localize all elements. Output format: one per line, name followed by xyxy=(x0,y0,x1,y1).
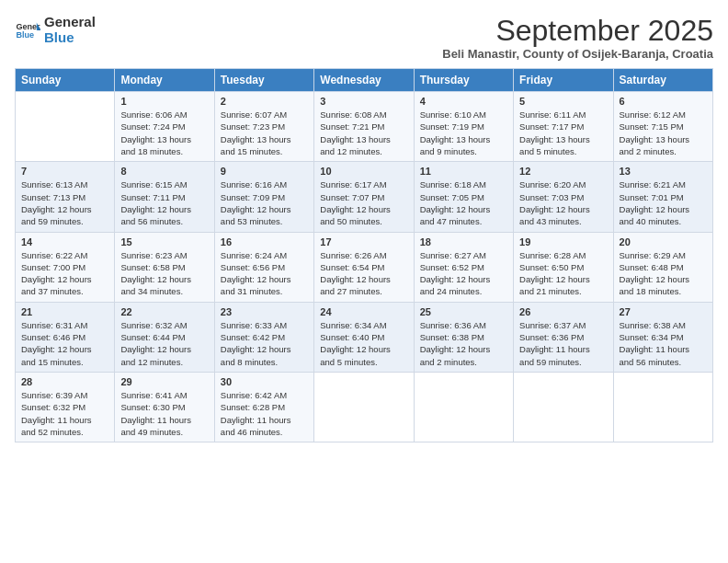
location-title: Beli Manastir, County of Osijek-Baranja,… xyxy=(442,47,713,61)
day-number: 24 xyxy=(320,306,407,317)
day-number: 25 xyxy=(420,306,507,317)
cell-info: Sunrise: 6:20 AMSunset: 7:03 PMDaylight:… xyxy=(519,178,607,227)
day-number: 23 xyxy=(221,306,308,317)
cell-info: Sunrise: 6:24 AMSunset: 6:56 PMDaylight:… xyxy=(221,249,308,298)
cell-info: Sunrise: 6:15 AMSunset: 7:11 PMDaylight:… xyxy=(120,178,208,227)
day-header-sunday: Sunday xyxy=(16,69,115,92)
day-number: 22 xyxy=(120,306,208,317)
calendar-cell: 11Sunrise: 6:18 AMSunset: 7:05 PMDayligh… xyxy=(414,162,513,232)
calendar-cell xyxy=(613,372,712,442)
day-number: 11 xyxy=(420,166,507,177)
cell-info: Sunrise: 6:31 AMSunset: 6:46 PMDaylight:… xyxy=(21,319,108,368)
cell-info: Sunrise: 6:10 AMSunset: 7:19 PMDaylight:… xyxy=(420,109,507,157)
cell-info: Sunrise: 6:42 AMSunset: 6:28 PMDaylight:… xyxy=(221,389,308,438)
day-number: 10 xyxy=(320,166,407,177)
day-number: 15 xyxy=(120,236,208,247)
cell-info: Sunrise: 6:41 AMSunset: 6:30 PMDaylight:… xyxy=(120,389,208,438)
cell-info: Sunrise: 6:39 AMSunset: 6:32 PMDaylight:… xyxy=(21,389,108,438)
calendar-cell: 30Sunrise: 6:42 AMSunset: 6:28 PMDayligh… xyxy=(214,372,313,442)
cell-info: Sunrise: 6:28 AMSunset: 6:50 PMDaylight:… xyxy=(519,249,607,298)
day-number: 13 xyxy=(620,166,707,177)
cell-info: Sunrise: 6:38 AMSunset: 6:34 PMDaylight:… xyxy=(620,319,707,368)
calendar-week-row: 1Sunrise: 6:06 AMSunset: 7:24 PMDaylight… xyxy=(16,92,713,162)
cell-info: Sunrise: 6:32 AMSunset: 6:44 PMDaylight:… xyxy=(120,319,208,368)
calendar-cell: 2Sunrise: 6:07 AMSunset: 7:23 PMDaylight… xyxy=(214,92,313,162)
calendar-cell: 26Sunrise: 6:37 AMSunset: 6:36 PMDayligh… xyxy=(514,302,613,372)
calendar-cell xyxy=(16,92,115,162)
cell-info: Sunrise: 6:27 AMSunset: 6:52 PMDaylight:… xyxy=(420,249,507,298)
calendar-cell xyxy=(514,372,613,442)
day-header-wednesday: Wednesday xyxy=(314,69,414,92)
calendar-cell: 17Sunrise: 6:26 AMSunset: 6:54 PMDayligh… xyxy=(314,232,414,302)
day-number: 5 xyxy=(519,96,607,107)
cell-info: Sunrise: 6:33 AMSunset: 6:42 PMDaylight:… xyxy=(221,319,308,368)
cell-info: Sunrise: 6:13 AMSunset: 7:13 PMDaylight:… xyxy=(21,178,108,227)
day-number: 27 xyxy=(620,306,707,317)
calendar-header-row: SundayMondayTuesdayWednesdayThursdayFrid… xyxy=(16,69,713,92)
calendar-week-row: 21Sunrise: 6:31 AMSunset: 6:46 PMDayligh… xyxy=(16,302,713,372)
day-number: 7 xyxy=(21,166,108,177)
calendar-cell: 21Sunrise: 6:31 AMSunset: 6:46 PMDayligh… xyxy=(16,302,115,372)
logo: General Blue General Blue xyxy=(15,15,96,45)
cell-info: Sunrise: 6:22 AMSunset: 7:00 PMDaylight:… xyxy=(21,249,108,298)
day-number: 18 xyxy=(420,236,507,247)
calendar-cell: 29Sunrise: 6:41 AMSunset: 6:30 PMDayligh… xyxy=(115,372,214,442)
day-number: 6 xyxy=(620,96,707,107)
cell-info: Sunrise: 6:29 AMSunset: 6:48 PMDaylight:… xyxy=(620,249,707,298)
day-number: 16 xyxy=(221,236,308,247)
cell-info: Sunrise: 6:07 AMSunset: 7:23 PMDaylight:… xyxy=(221,109,308,157)
calendar-body: 1Sunrise: 6:06 AMSunset: 7:24 PMDaylight… xyxy=(16,92,713,442)
day-number: 1 xyxy=(120,96,208,107)
day-header-thursday: Thursday xyxy=(414,69,513,92)
day-number: 30 xyxy=(221,376,308,387)
calendar-cell: 6Sunrise: 6:12 AMSunset: 7:15 PMDaylight… xyxy=(613,92,712,162)
calendar-cell: 14Sunrise: 6:22 AMSunset: 7:00 PMDayligh… xyxy=(16,232,115,302)
calendar-cell: 22Sunrise: 6:32 AMSunset: 6:44 PMDayligh… xyxy=(115,302,214,372)
calendar-cell: 16Sunrise: 6:24 AMSunset: 6:56 PMDayligh… xyxy=(214,232,313,302)
calendar-table: SundayMondayTuesdayWednesdayThursdayFrid… xyxy=(15,68,713,442)
day-header-saturday: Saturday xyxy=(613,69,712,92)
calendar-cell: 24Sunrise: 6:34 AMSunset: 6:40 PMDayligh… xyxy=(314,302,414,372)
logo-blue: Blue xyxy=(44,30,96,46)
calendar-cell: 1Sunrise: 6:06 AMSunset: 7:24 PMDaylight… xyxy=(115,92,214,162)
cell-info: Sunrise: 6:08 AMSunset: 7:21 PMDaylight:… xyxy=(320,109,407,157)
calendar-cell: 5Sunrise: 6:11 AMSunset: 7:17 PMDaylight… xyxy=(514,92,613,162)
cell-info: Sunrise: 6:12 AMSunset: 7:15 PMDaylight:… xyxy=(620,109,707,157)
day-number: 21 xyxy=(21,306,108,317)
header: General Blue General Blue September 2025… xyxy=(15,15,713,61)
cell-info: Sunrise: 6:21 AMSunset: 7:01 PMDaylight:… xyxy=(620,178,707,227)
day-number: 3 xyxy=(320,96,407,107)
calendar-cell: 19Sunrise: 6:28 AMSunset: 6:50 PMDayligh… xyxy=(514,232,613,302)
day-number: 14 xyxy=(21,236,108,247)
calendar-cell xyxy=(414,372,513,442)
calendar-cell: 8Sunrise: 6:15 AMSunset: 7:11 PMDaylight… xyxy=(115,162,214,232)
day-number: 29 xyxy=(120,376,208,387)
calendar-cell: 25Sunrise: 6:36 AMSunset: 6:38 PMDayligh… xyxy=(414,302,513,372)
calendar-cell: 18Sunrise: 6:27 AMSunset: 6:52 PMDayligh… xyxy=(414,232,513,302)
cell-info: Sunrise: 6:23 AMSunset: 6:58 PMDaylight:… xyxy=(120,249,208,298)
calendar-cell: 28Sunrise: 6:39 AMSunset: 6:32 PMDayligh… xyxy=(16,372,115,442)
day-header-monday: Monday xyxy=(115,69,214,92)
svg-text:Blue: Blue xyxy=(16,30,34,40)
day-number: 2 xyxy=(221,96,308,107)
calendar-cell: 20Sunrise: 6:29 AMSunset: 6:48 PMDayligh… xyxy=(613,232,712,302)
day-number: 12 xyxy=(519,166,607,177)
day-number: 9 xyxy=(221,166,308,177)
day-number: 4 xyxy=(420,96,507,107)
calendar-week-row: 7Sunrise: 6:13 AMSunset: 7:13 PMDaylight… xyxy=(16,162,713,232)
calendar-week-row: 14Sunrise: 6:22 AMSunset: 7:00 PMDayligh… xyxy=(16,232,713,302)
day-number: 20 xyxy=(620,236,707,247)
day-header-tuesday: Tuesday xyxy=(214,69,313,92)
cell-info: Sunrise: 6:06 AMSunset: 7:24 PMDaylight:… xyxy=(120,109,208,157)
cell-info: Sunrise: 6:16 AMSunset: 7:09 PMDaylight:… xyxy=(221,178,308,227)
month-title: September 2025 xyxy=(442,15,713,47)
logo-general: General xyxy=(44,15,96,30)
day-number: 8 xyxy=(120,166,208,177)
calendar-week-row: 28Sunrise: 6:39 AMSunset: 6:32 PMDayligh… xyxy=(16,372,713,442)
calendar-cell: 7Sunrise: 6:13 AMSunset: 7:13 PMDaylight… xyxy=(16,162,115,232)
calendar-cell xyxy=(314,372,414,442)
cell-info: Sunrise: 6:11 AMSunset: 7:17 PMDaylight:… xyxy=(519,109,607,157)
calendar-cell: 12Sunrise: 6:20 AMSunset: 7:03 PMDayligh… xyxy=(514,162,613,232)
calendar-cell: 4Sunrise: 6:10 AMSunset: 7:19 PMDaylight… xyxy=(414,92,513,162)
calendar-cell: 13Sunrise: 6:21 AMSunset: 7:01 PMDayligh… xyxy=(613,162,712,232)
